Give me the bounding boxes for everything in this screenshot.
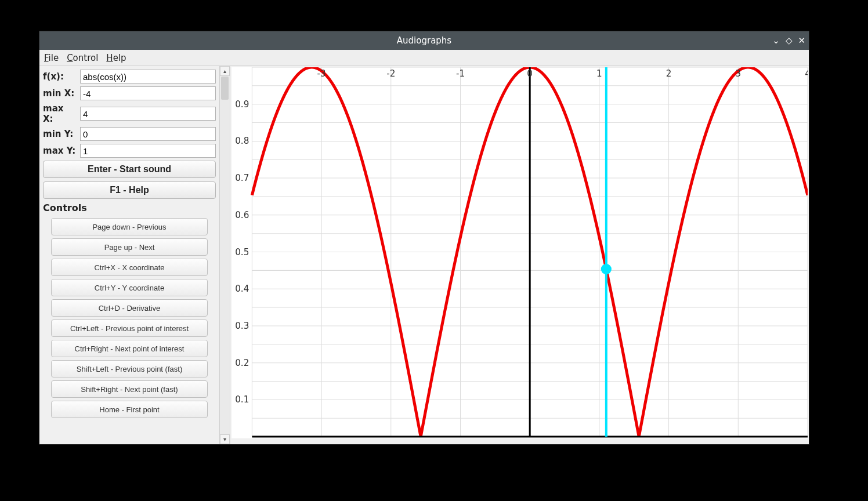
- control-button-5[interactable]: Ctrl+Left - Previous point of interest: [51, 320, 208, 337]
- scroll-down-icon[interactable]: ▾: [220, 434, 230, 444]
- control-button-7[interactable]: Shift+Left - Previous point (fast): [51, 360, 208, 377]
- left-panel: f(x): min X: max X: min Y:: [39, 66, 219, 444]
- svg-text:0: 0: [527, 68, 533, 79]
- close-icon[interactable]: ✕: [798, 35, 805, 46]
- svg-text:0.5: 0.5: [235, 247, 249, 257]
- miny-input[interactable]: [80, 127, 216, 141]
- svg-text:3: 3: [735, 68, 741, 79]
- control-button-0[interactable]: Page down - Previous: [51, 218, 208, 235]
- menubar: File Control Help: [39, 50, 809, 66]
- minimize-icon[interactable]: ⌄: [772, 35, 780, 46]
- control-button-3[interactable]: Ctrl+Y - Y coordinate: [51, 279, 208, 296]
- control-button-1[interactable]: Page up - Next: [51, 238, 208, 256]
- svg-text:4: 4: [805, 68, 808, 79]
- maxx-input[interactable]: [80, 107, 216, 121]
- svg-text:-2: -2: [386, 68, 395, 79]
- svg-text:0.4: 0.4: [235, 284, 249, 294]
- svg-text:0.8: 0.8: [235, 136, 249, 146]
- control-button-6[interactable]: Ctrl+Right - Next point of interest: [51, 340, 208, 357]
- maxy-input[interactable]: [80, 144, 216, 158]
- scroll-up-icon[interactable]: ▴: [220, 66, 230, 76]
- fx-input[interactable]: [80, 70, 216, 84]
- menu-file[interactable]: File: [44, 53, 59, 63]
- fx-label: f(x):: [43, 71, 77, 82]
- titlebar[interactable]: Audiographs ⌄ ◇ ✕: [39, 31, 809, 50]
- svg-text:0.3: 0.3: [235, 321, 249, 331]
- start-sound-button[interactable]: Enter - Start sound: [43, 161, 216, 178]
- controls-title: Controls: [43, 202, 216, 213]
- menu-control[interactable]: Control: [67, 53, 98, 63]
- svg-text:-3: -3: [317, 68, 326, 79]
- maxy-label: max Y:: [43, 146, 77, 156]
- minx-input[interactable]: [80, 86, 216, 100]
- svg-point-33: [601, 264, 612, 274]
- left-scrollbar[interactable]: ▴ ▾: [219, 66, 230, 444]
- svg-text:2: 2: [666, 68, 672, 79]
- maximize-icon[interactable]: ◇: [786, 35, 793, 46]
- svg-text:1: 1: [596, 68, 602, 79]
- svg-text:0.6: 0.6: [235, 210, 249, 220]
- help-button[interactable]: F1 - Help: [43, 181, 216, 199]
- svg-text:0.7: 0.7: [235, 173, 249, 183]
- menu-help[interactable]: Help: [106, 53, 126, 63]
- plot-area[interactable]: -3-2-1012340.10.20.30.40.50.60.70.80.9: [232, 67, 808, 438]
- control-button-9[interactable]: Home - First point: [51, 401, 208, 418]
- control-button-4[interactable]: Ctrl+D - Derivative: [51, 299, 208, 317]
- minx-label: min X:: [43, 88, 77, 99]
- svg-text:0.1: 0.1: [235, 394, 249, 405]
- app-window: Audiographs ⌄ ◇ ✕ File Control Help f(x)…: [39, 31, 809, 445]
- control-button-2[interactable]: Ctrl+X - X coordinate: [51, 259, 208, 276]
- miny-label: min Y:: [43, 129, 77, 139]
- window-title: Audiographs: [39, 35, 809, 46]
- control-button-8[interactable]: Shift+Right - Next point (fast): [51, 380, 208, 398]
- scroll-thumb[interactable]: [221, 77, 229, 100]
- svg-text:-1: -1: [456, 68, 465, 79]
- maxx-label: max X:: [43, 103, 77, 124]
- svg-text:0.9: 0.9: [235, 99, 249, 110]
- svg-text:0.2: 0.2: [235, 358, 249, 368]
